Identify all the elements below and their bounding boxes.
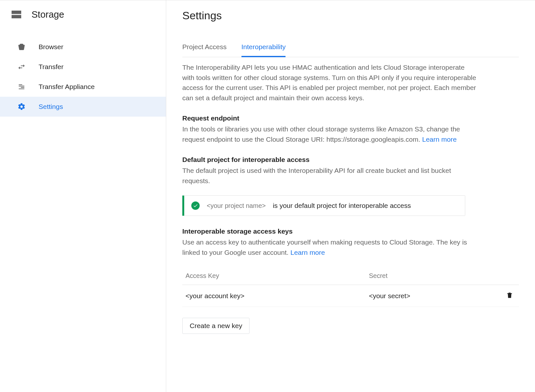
status-project-name: <your project name> (207, 202, 266, 209)
sidebar: Storage Browser Transfer Transfer Applia… (0, 0, 166, 392)
sidebar-item-label: Browser (39, 43, 63, 51)
sidebar-item-settings[interactable]: Settings (0, 97, 166, 117)
default-project-status: <your project name> is your default proj… (182, 195, 465, 216)
cell-secret: <your secret> (366, 285, 500, 307)
sidebar-item-label: Transfer Appliance (39, 83, 95, 91)
status-suffix: is your default project for interoperabl… (273, 202, 411, 209)
column-access-key: Access Key (182, 267, 366, 285)
access-keys-body: Use an access key to authenticate yourse… (182, 237, 478, 257)
tab-project-access[interactable]: Project Access (182, 40, 227, 57)
tabs: Project Access Interoperability (182, 40, 519, 57)
column-secret: Secret (366, 267, 500, 285)
request-endpoint-heading: Request endpoint (182, 114, 519, 122)
sidebar-item-label: Transfer (39, 63, 63, 71)
table-row: <your account key> <your secret> (182, 285, 519, 307)
main-content: Settings Project Access Interoperability… (166, 0, 535, 392)
sidebar-item-label: Settings (39, 103, 63, 111)
sidebar-item-transfer-appliance[interactable]: Transfer Appliance (0, 77, 166, 97)
default-project-body: The default project is used with the Int… (182, 165, 478, 186)
storage-icon (10, 9, 23, 20)
sidebar-nav: Browser Transfer Transfer Appliance Sett… (0, 31, 166, 117)
request-endpoint-learn-more-link[interactable]: Learn more (422, 136, 457, 143)
page-title: Settings (182, 9, 519, 22)
tab-interoperability[interactable]: Interoperability (241, 40, 286, 57)
check-icon (191, 201, 200, 210)
intro-text: The Interoperability API lets you use HM… (182, 62, 478, 103)
bucket-icon (17, 43, 26, 51)
access-keys-table: Access Key Secret <your account key> <yo… (182, 267, 519, 307)
sidebar-title: Storage (32, 9, 64, 20)
request-endpoint-text: In the tools or libraries you use with o… (182, 125, 460, 143)
request-endpoint-body: In the tools or libraries you use with o… (182, 124, 478, 144)
sidebar-header: Storage (0, 0, 166, 31)
default-project-heading: Default project for interoperable access (182, 156, 519, 164)
create-key-button[interactable]: Create a new key (182, 318, 249, 334)
transfer-icon (17, 63, 26, 71)
access-keys-learn-more-link[interactable]: Learn more (290, 249, 325, 256)
delete-key-button[interactable] (505, 290, 514, 301)
trash-icon (506, 291, 513, 299)
sidebar-item-browser[interactable]: Browser (0, 37, 166, 57)
appliance-icon (17, 83, 26, 91)
access-keys-heading: Interoperable storage access keys (182, 227, 519, 235)
sidebar-item-transfer[interactable]: Transfer (0, 57, 166, 77)
gear-icon (17, 102, 26, 111)
cell-access-key: <your account key> (182, 285, 366, 307)
